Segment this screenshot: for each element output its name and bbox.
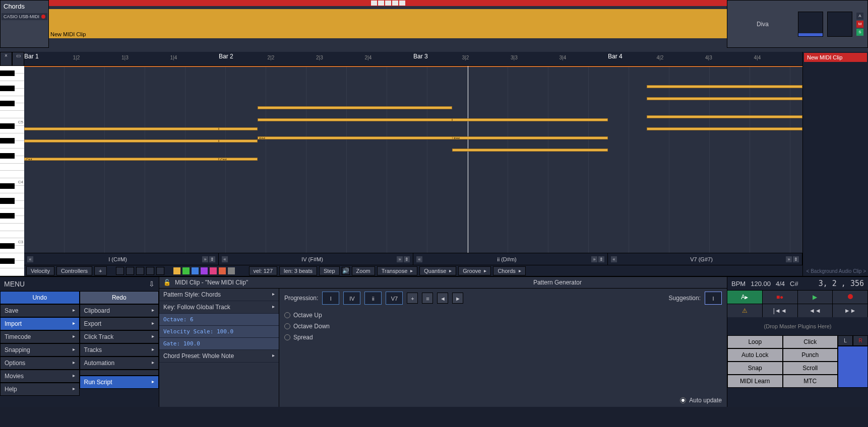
left-channel-button[interactable]: L: [838, 335, 853, 346]
midi-note[interactable]: [258, 118, 452, 121]
auto-lock-button[interactable]: Auto Lock: [727, 348, 783, 362]
menu-item-options[interactable]: Options▸: [0, 357, 80, 370]
list-icon[interactable]: ≡: [422, 293, 433, 304]
color-swatch[interactable]: [210, 267, 217, 274]
chord-slot[interactable]: « ii (D#m) »⇕: [413, 253, 608, 265]
midi-note[interactable]: [24, 139, 219, 143]
rewind-start-button[interactable]: |◄◄: [763, 304, 798, 317]
midi-note[interactable]: C#4: [24, 158, 219, 161]
horizontal-scrollbar[interactable]: [0, 48, 868, 52]
midi-note[interactable]: [647, 97, 802, 100]
color-swatch[interactable]: [192, 267, 199, 274]
transport-position[interactable]: 3, 2 , 356: [819, 279, 864, 288]
scroll-button[interactable]: Scroll: [783, 362, 838, 375]
auto-update-toggle[interactable]: Auto update: [680, 397, 722, 404]
pencil-tool-icon[interactable]: [126, 267, 134, 275]
midi-note[interactable]: [24, 127, 219, 130]
time-signature[interactable]: 4/4: [776, 280, 785, 288]
note-length[interactable]: len: 3 beats: [279, 266, 317, 275]
chord-next-icon[interactable]: »: [202, 256, 208, 262]
play-button[interactable]: ▶: [798, 291, 833, 304]
chord-updown-icon[interactable]: ⇕: [404, 256, 410, 262]
controllers-tab[interactable]: Controllers: [56, 266, 92, 275]
menu-item-timecode[interactable]: Timecode▸: [0, 330, 80, 343]
pattern-style-row[interactable]: Pattern Style: Chords▸: [159, 289, 279, 301]
menu-item-click-track[interactable]: Click Track▸: [80, 330, 159, 343]
clip-tool-icon[interactable]: [371, 1, 377, 6]
midi-note[interactable]: [219, 139, 258, 143]
background-clip-label[interactable]: < Background Audio Clip >: [807, 268, 866, 274]
timeline-ruler[interactable]: Bar 1 1|2 1|3 1|4 Bar 2 2|2 2|3 2|4 Bar …: [24, 52, 802, 66]
track-name[interactable]: Chords: [1, 1, 48, 12]
piano-roll-grid[interactable]: C#4 C#4 F#4 F#4: [24, 66, 802, 253]
sidebar-clip-item[interactable]: New MIDI Clip: [804, 53, 867, 62]
suggestion-chord-button[interactable]: I: [705, 292, 722, 305]
chord-prev-icon[interactable]: «: [416, 256, 422, 262]
rewind-button[interactable]: ◄◄: [798, 304, 833, 317]
chord-next-icon[interactable]: »: [397, 256, 403, 262]
menu-item-import[interactable]: Import▸: [0, 317, 80, 330]
loop-button[interactable]: Loop: [727, 335, 783, 348]
chord-preset-row[interactable]: Chord Preset: Whole Note▸: [159, 350, 279, 363]
record-button[interactable]: [833, 291, 868, 304]
chord-prev-icon[interactable]: «: [27, 256, 33, 262]
clip-tool-icon[interactable]: [385, 1, 391, 6]
key-row[interactable]: Key: Follow Global Track▸: [159, 301, 279, 314]
quantise-menu[interactable]: Quantise▸: [419, 266, 456, 275]
midi-clip-block[interactable]: New MIDI Clip: [49, 9, 727, 38]
add-chord-icon[interactable]: +: [407, 293, 418, 304]
master-plugin-drop[interactable]: (Drop Master Plugins Here): [727, 317, 868, 335]
snap-button[interactable]: Snap: [727, 362, 783, 375]
menu-item-clipboard[interactable]: Clipboard▸: [80, 304, 159, 317]
right-channel-button[interactable]: R: [853, 335, 868, 346]
midi-note[interactable]: [452, 149, 608, 152]
chord-next-icon[interactable]: »: [591, 256, 597, 262]
velocity-tab[interactable]: Velocity: [26, 266, 54, 275]
chord-next-icon[interactable]: »: [786, 256, 792, 262]
chord-updown-icon[interactable]: ⇕: [598, 256, 604, 262]
color-swatch[interactable]: [219, 267, 226, 274]
chord-slot[interactable]: « IV (F#M) »⇕: [219, 253, 413, 265]
lock-icon[interactable]: 🔓: [163, 279, 171, 286]
color-swatch[interactable]: [228, 267, 235, 274]
midi-learn-button[interactable]: MIDI Learn: [727, 375, 783, 388]
chord-slot[interactable]: « I (C#M) »⇕: [24, 253, 219, 265]
piano-close-icon[interactable]: ×: [0, 52, 12, 66]
color-swatch[interactable]: [173, 267, 180, 274]
progression-chord-button[interactable]: ii: [364, 292, 382, 305]
redo-button[interactable]: Redo: [80, 291, 159, 304]
midi-note[interactable]: [647, 85, 802, 88]
solo-button[interactable]: S: [856, 29, 863, 36]
velocity-scale-row[interactable]: Velocity Scale: 100.0: [159, 326, 279, 338]
next-icon[interactable]: ►: [452, 293, 463, 304]
paint-tool-icon[interactable]: [156, 267, 164, 275]
mtc-button[interactable]: MTC: [783, 375, 838, 388]
click-button[interactable]: Click: [783, 335, 838, 348]
midi-note[interactable]: [258, 106, 452, 109]
level-meter[interactable]: [798, 12, 823, 37]
midi-note[interactable]: [452, 118, 608, 121]
prev-icon[interactable]: ◄: [437, 293, 448, 304]
zoom-button[interactable]: Zoom: [352, 266, 375, 275]
spread-option[interactable]: Spread: [284, 332, 722, 343]
automation-write-button[interactable]: ■●: [763, 291, 798, 304]
progression-chord-button[interactable]: IV: [343, 292, 360, 305]
groove-menu[interactable]: Groove▸: [458, 266, 491, 275]
pointer-tool-icon[interactable]: [116, 267, 124, 275]
speaker-icon[interactable]: 🔊: [342, 267, 350, 275]
track-midi-input[interactable]: CASIO USB-MIDI: [2, 13, 47, 20]
midi-note[interactable]: [647, 127, 802, 130]
menu-item-snapping[interactable]: Snapping▸: [0, 343, 80, 357]
gate-row[interactable]: Gate: 100.0: [159, 338, 279, 350]
download-icon[interactable]: ⇩: [149, 280, 155, 288]
color-swatch[interactable]: [182, 267, 190, 274]
piano-keyboard[interactable]: C5 C4 C3: [0, 66, 24, 276]
menu-item-movies[interactable]: Movies▸: [0, 370, 80, 383]
menu-item-help[interactable]: Help▸: [0, 383, 80, 396]
midi-note[interactable]: F#4: [452, 136, 608, 139]
playhead[interactable]: [468, 66, 468, 253]
menu-item-automation[interactable]: Automation▸: [80, 357, 159, 370]
bpm-value[interactable]: 120.00: [751, 280, 771, 288]
master-meter[interactable]: [838, 346, 868, 388]
menu-item-export[interactable]: Export▸: [80, 317, 159, 330]
